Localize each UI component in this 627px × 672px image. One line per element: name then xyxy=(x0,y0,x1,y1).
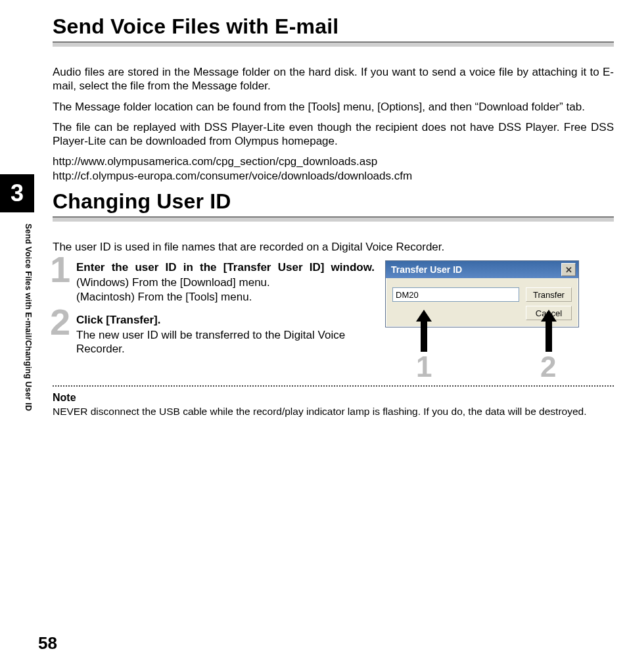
manual-page: 3 Send Voice Files with E-mail/Changing … xyxy=(0,0,627,672)
section1-url1: http://www.olympusamerica.com/cpg_sectio… xyxy=(53,155,614,168)
user-id-input[interactable] xyxy=(392,287,519,302)
step-1-body-line1: (Windows) From the [Download] menu. xyxy=(76,276,375,289)
step-number-1: 1 xyxy=(50,251,70,288)
note-divider xyxy=(53,385,614,387)
dialog-titlebar: Transfer User ID ✕ xyxy=(386,261,578,278)
callout-arrow-1 xyxy=(421,320,427,352)
callout-arrow-2 xyxy=(546,320,552,352)
step-2-title: Click [Transfer]. xyxy=(76,313,375,327)
dialog-title: Transfer User ID xyxy=(391,264,462,275)
chapter-tab: 3 xyxy=(0,174,34,212)
step-1-title: Enter the user ID in the [Transfer User … xyxy=(76,260,375,274)
page-number: 58 xyxy=(38,633,57,654)
step-1: 1 Enter the user ID in the [Transfer Use… xyxy=(53,260,375,304)
callout-number-1: 1 xyxy=(416,352,432,381)
section2-title: Changing User ID xyxy=(53,189,614,214)
section2-intro: The user ID is used in file names that a… xyxy=(53,240,614,254)
step-1-body-line2: (Macintosh) From the [Tools] menu. xyxy=(76,290,375,304)
section1-p1: Audio files are stored in the Message fo… xyxy=(53,65,614,93)
steps-and-dialog-row: 1 Enter the user ID in the [Transfer Use… xyxy=(53,260,614,356)
transfer-button[interactable]: Transfer xyxy=(526,287,572,302)
step-2: 2 Click [Transfer]. The new user ID will… xyxy=(53,313,375,356)
step-number-2: 2 xyxy=(50,304,70,341)
note-label: Note xyxy=(53,392,614,404)
step-2-body: The new user ID will be transferred to t… xyxy=(76,328,375,356)
note-body: NEVER disconnect the USB cable while the… xyxy=(53,405,614,418)
callout-number-2: 2 xyxy=(540,352,556,381)
sidebar-section-label: Send Voice Files with E-mail/Changing Us… xyxy=(20,224,33,487)
section1-p3: The file can be replayed with DSS Player… xyxy=(53,120,614,149)
section1-p2: The Message folder location can be found… xyxy=(53,100,614,114)
close-icon[interactable]: ✕ xyxy=(561,263,576,276)
steps-column: 1 Enter the user ID in the [Transfer Use… xyxy=(53,260,375,356)
section1-title: Send Voice Files with E-mail xyxy=(53,14,614,39)
title-underline xyxy=(53,41,614,47)
title-underline-2 xyxy=(53,216,614,222)
section1-url2: http://cf.olympus-europa.com/consumer/vo… xyxy=(53,169,614,183)
